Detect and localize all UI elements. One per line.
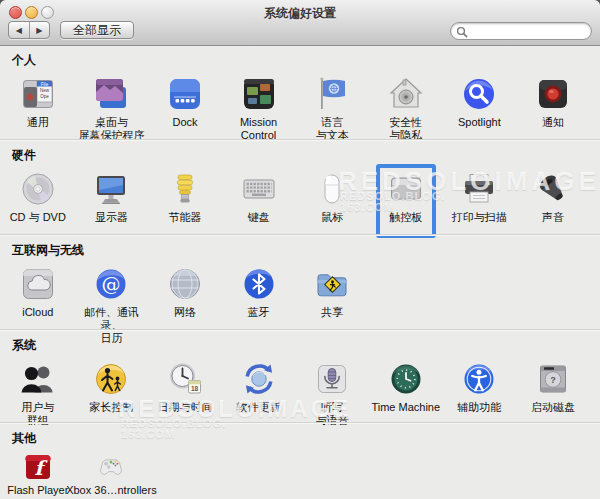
general-icon: FileNewOpe [18, 72, 58, 114]
pref-item-label: 声音 [542, 211, 564, 224]
xbox-controllers-icon [96, 450, 126, 482]
date-time-icon: 18 [165, 357, 205, 399]
pref-item-label: 软件更新 [237, 401, 281, 414]
pref-item-trackpad[interactable]: 触控板 [369, 167, 443, 224]
spotlight-icon [459, 72, 499, 114]
pref-item-label: CD 与 DVD [10, 211, 66, 224]
pref-item-general[interactable]: FileNewOpe通用 [1, 72, 75, 142]
displays-icon [91, 167, 131, 209]
pref-item-label: 显示器 [95, 211, 128, 224]
pref-item-startup-disk[interactable]: ?启动磁盘 [516, 357, 590, 427]
desktop-screensaver-icon [91, 72, 131, 114]
section-1: 硬件CD 与 DVD显示器节能器键盘鼠标触控板打印与扫描声音 [0, 139, 600, 234]
window-title: 系统偏好设置 [0, 5, 600, 22]
notifications-icon [533, 72, 573, 114]
software-update-icon [239, 357, 279, 399]
pref-item-label: 键盘 [248, 211, 270, 224]
pref-item-mouse[interactable]: 鼠标 [295, 167, 369, 224]
pref-item-notifications[interactable]: 通知 [516, 72, 590, 142]
pref-item-security-privacy[interactable]: 安全性 与隐私 [369, 72, 443, 142]
dictation-speech-icon [312, 357, 352, 399]
bluetooth-icon [239, 262, 279, 304]
language-text-icon [312, 72, 352, 114]
users-groups-icon [18, 357, 58, 399]
pref-item-desktop-screensaver[interactable]: 桌面与 屏幕保护程序 [75, 72, 149, 142]
pref-item-time-machine[interactable]: Time Machine [369, 357, 443, 427]
pref-item-label: 日期与时间 [157, 401, 212, 414]
nav-segmented-control: ◀ ▶ [8, 21, 50, 39]
pref-item-label: 鼠标 [321, 211, 343, 224]
mouse-icon [312, 167, 352, 209]
pref-item-label: 触控板 [389, 211, 422, 224]
trackpad-icon [386, 167, 426, 209]
pref-item-label: 辅助功能 [457, 401, 501, 414]
forward-icon[interactable]: ▶ [30, 22, 50, 38]
startup-disk-icon: ? [533, 357, 573, 399]
accessibility-icon [459, 357, 499, 399]
pref-item-print-scan[interactable]: 打印与扫描 [443, 167, 517, 224]
section-title: 互联网与无线 [12, 242, 600, 259]
pref-item-label: 节能器 [168, 211, 201, 224]
pref-item-language-text[interactable]: 语言 与文本 [295, 72, 369, 142]
section-title: 系统 [12, 337, 600, 354]
pref-item-users-groups[interactable]: 用户与 群组 [1, 357, 75, 427]
section-2: 互联网与无线iCloud@邮件、通讯录、 日历网络蓝牙共享 [0, 234, 600, 329]
search-field[interactable] [450, 22, 592, 40]
pref-item-accessibility[interactable]: 辅助功能 [443, 357, 517, 427]
pref-item-label: 共享 [321, 306, 343, 319]
icloud-icon [18, 262, 58, 304]
search-input[interactable] [471, 24, 585, 40]
energy-saver-icon [165, 167, 205, 209]
back-icon[interactable]: ◀ [9, 22, 30, 38]
section-title: 硬件 [12, 147, 600, 164]
show-all-button[interactable]: 全部显示 [60, 21, 134, 39]
svg-text:New: New [40, 88, 50, 93]
keyboard-icon [239, 167, 279, 209]
pref-item-label: iCloud [22, 306, 53, 319]
pref-item-label: Flash Player [7, 484, 68, 497]
sharing-icon [312, 262, 352, 304]
dock-icon [165, 72, 205, 114]
cd-dvd-icon [18, 167, 58, 209]
pref-item-displays[interactable]: 显示器 [75, 167, 149, 224]
pref-item-parental-controls[interactable]: 家长控制 [75, 357, 149, 427]
security-privacy-icon [386, 72, 426, 114]
pref-item-label: 通知 [542, 116, 564, 129]
pref-item-dock[interactable]: Dock [148, 72, 222, 142]
svg-text:18: 18 [191, 385, 199, 392]
pref-item-label: 启动磁盘 [531, 401, 575, 414]
svg-text:Ope: Ope [40, 94, 49, 99]
section-0: 个人FileNewOpe通用桌面与 屏幕保护程序DockMission Cont… [0, 45, 600, 139]
pref-item-label: 网络 [174, 306, 196, 319]
section-title: 其他 [12, 430, 600, 447]
pref-item-energy-saver[interactable]: 节能器 [148, 167, 222, 224]
section-3: 系统用户与 群组家长控制18日期与时间软件更新听写 与语音Time Machin… [0, 329, 600, 422]
pref-item-label: Time Machine [371, 401, 440, 414]
svg-text:File: File [41, 82, 49, 87]
pref-item-dictation-speech[interactable]: 听写 与语音 [295, 357, 369, 427]
search-icon [456, 26, 468, 38]
mail-contacts-calendars-icon: @ [91, 262, 131, 304]
pref-item-spotlight[interactable]: Spotlight [443, 72, 517, 142]
pref-item-cd-dvd[interactable]: CD 与 DVD [1, 167, 75, 224]
system-preferences-window: 系统偏好设置 ◀ ▶ 全部显示 个人FileNewOpe通用桌面与 屏幕保护程序… [0, 0, 600, 499]
pref-item-flash-player[interactable]: fFlash Player [1, 450, 75, 497]
pref-item-label: Dock [172, 116, 197, 129]
pref-item-sound[interactable]: 声音 [516, 167, 590, 224]
pref-item-software-update[interactable]: 软件更新 [222, 357, 296, 427]
pref-item-keyboard[interactable]: 键盘 [222, 167, 296, 224]
pref-item-mission-control[interactable]: Mission Control [222, 72, 296, 142]
mission-control-icon [239, 72, 279, 114]
pref-item-xbox-controllers[interactable]: Xbox 36…ntrollers [75, 450, 149, 497]
pref-item-label: Spotlight [458, 116, 501, 129]
pref-item-label: 家长控制 [89, 401, 133, 414]
pref-item-date-time[interactable]: 18日期与时间 [148, 357, 222, 427]
print-scan-icon [459, 167, 499, 209]
time-machine-icon [386, 357, 426, 399]
svg-text:?: ? [550, 375, 556, 385]
pref-item-label: 通用 [27, 116, 49, 129]
sound-icon [533, 167, 573, 209]
title-toolbar: 系统偏好设置 ◀ ▶ 全部显示 [0, 0, 600, 46]
svg-text:@: @ [102, 273, 121, 295]
pref-item-label: 蓝牙 [248, 306, 270, 319]
